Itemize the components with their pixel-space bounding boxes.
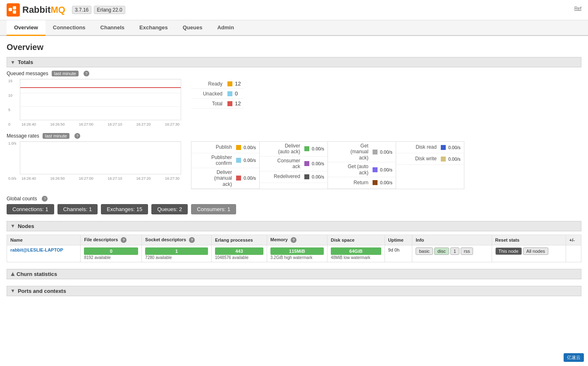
deliver-manual-row: Deliver(manualack) 0.00/s [191,168,259,189]
nodes-header[interactable]: ▼ Nodes [7,221,581,231]
mem-detail: 3.2GiB high watermark [270,255,324,260]
fd-available: 8192 available [84,255,138,260]
mem-bar: 115MiB [270,247,324,255]
sd-bar: 1 [145,247,208,255]
queued-chart-container: 15 10 5 0 [20,79,181,126]
disk-write-color [441,157,446,162]
info-cell: basic disc 1 rss [412,245,492,262]
deliver-manual-label: Deliver(manualack) [195,169,236,187]
info-num-btn[interactable]: 1 [450,247,459,255]
reset-stats-buttons: This node All nodes [495,247,562,255]
ready-row: Ready 12 [191,79,244,89]
this-node-btn[interactable]: This node [495,247,522,255]
ports-and-contexts-section: ▼ Ports and contexts [7,286,581,296]
rx-label-4: 16:27:10 [108,176,122,181]
churn-statistics-header[interactable]: ▶ Churn statistics [7,269,581,279]
info-rss-btn[interactable]: rss [461,247,473,255]
unacked-row: Unacked 0 [191,89,244,99]
ports-title: Ports and contexts [18,288,66,294]
get-auto-color [373,167,378,172]
chart-y-labels: 15 10 5 0 [8,79,12,126]
nav-overview[interactable]: Overview [7,20,45,36]
svg-rect-1 [13,6,16,10]
rx-label-3: 16:27:00 [79,176,93,181]
return-value: 0.00/s [380,180,392,185]
churn-arrow: ▶ [10,272,15,276]
redelivered-value: 0.00/s [312,174,324,179]
channels-count[interactable]: Channels: 1 [57,204,98,214]
totals-header[interactable]: ▼ Totals [7,57,581,67]
nav-admin[interactable]: Admin [210,20,241,36]
nav-channels[interactable]: Channels [93,20,132,36]
message-rates-section: Message rates last minute ? 1.0/s 0.0/s … [7,133,581,189]
rates-y-top: 1.0/s [8,141,17,145]
get-auto-row: Get (autoack) 0.00/s [328,162,396,177]
info-disc-btn[interactable]: disc [434,247,449,255]
queued-help-icon[interactable]: ? [84,71,89,76]
queued-chart-svg [20,79,181,120]
col-memory: Memory ? [267,235,327,245]
deliver-manual-value: 0.00/s [244,176,256,181]
get-auto-label: Get (autoack) [331,164,373,176]
disk-write-label: Disk write [399,156,441,162]
nav-exchanges[interactable]: Exchanges [132,20,175,36]
deliver-auto-value: 0.00/s [312,146,324,151]
svg-rect-2 [13,10,16,14]
ready-label: Ready [194,81,227,87]
disk-read-row: Disk read 0.00/s [396,142,464,153]
main-content: Overview ▼ Totals Queued messages last m… [0,36,588,309]
publish-value: 0.00/s [244,145,256,150]
get-manual-row: Get(manualack) 0.00/s [328,142,396,162]
ports-header[interactable]: ▼ Ports and contexts [7,286,581,296]
nav-queues[interactable]: Queues [175,20,210,36]
rates-chart-container: 1.0/s 0.0/s 16:26:40 16:26:50 16:27:00 1… [20,141,181,181]
erlang-processes-cell: 443 1048576 available [211,245,267,262]
x-label-1: 16:26:40 [22,122,36,126]
disk-space-cell: 64GiB 48MiB low watermark [327,245,385,262]
rates-col-3: Get(manualack) 0.00/s Get (autoack) 0.00… [328,142,396,189]
ports-arrow: ▼ [10,288,15,294]
queues-count[interactable]: Queues: 2 [151,204,188,214]
disk-read-label: Disk read [399,144,441,151]
connections-count[interactable]: Connections: 1 [7,204,54,214]
col-reset-stats: Reset stats [492,235,566,245]
fd-help[interactable]: ? [121,237,127,243]
uptime-value: 9d 0h [388,247,400,252]
consumer-ack-value: 0.00/s [312,161,324,166]
node-name[interactable]: rabbit@LESLIE-LAPTOP [10,247,63,252]
x-label-3: 16:27:00 [79,122,93,126]
exchanges-count[interactable]: Exchanges: 15 [101,204,148,214]
rates-help-icon[interactable]: ? [74,133,80,139]
nodes-arrow: ▼ [10,223,15,229]
y-label-5: 5 [8,108,12,112]
col-plus-minus: +/- [566,235,581,245]
mem-help[interactable]: ? [291,237,296,243]
ep-available: 1048576 available [215,255,263,260]
global-counts-title-row: Global counts ? [7,196,581,202]
info-basic-btn[interactable]: basic [416,247,433,255]
x-label-2: 16:26:50 [50,122,65,126]
y-label-10: 10 [8,93,12,97]
totals-arrow: ▼ [10,59,15,65]
disk-detail: 48MiB low watermark [331,255,381,260]
col-uptime: Uptime [385,235,412,245]
memory-cell: 115MiB 3.2GiB high watermark [267,245,327,262]
rates-col-2: Deliver(auto ack) 0.00/s Consumerack 0.0… [260,142,328,189]
nodes-table: Name File descriptors ? Socket descripto… [7,235,581,262]
global-counts-section: Global counts ? Connections: 1 Channels:… [7,196,581,214]
global-counts-help-icon[interactable]: ? [42,196,48,202]
rates-last-minute-badge[interactable]: last minute [43,133,69,139]
col-socket-descriptors: Socket descriptors ? [142,235,212,245]
all-nodes-btn[interactable]: All nodes [523,247,548,255]
refresh-link[interactable]: Ref [574,6,581,11]
consumer-ack-label: Consumerack [263,158,304,170]
rates-chart-wrapper: 1.0/s 0.0/s 16:26:40 16:26:50 16:27:00 1… [7,141,181,181]
nodes-section: ▼ Nodes Name File descriptors ? Socket d… [7,221,581,262]
consumers-count[interactable]: Consumers: 1 [191,204,236,214]
sd-help[interactable]: ? [189,237,195,243]
x-label-5: 16:27:20 [136,122,151,126]
unacked-value: 0 [235,90,238,97]
nav-connections[interactable]: Connections [45,20,93,36]
last-minute-badge[interactable]: last minute [52,71,79,76]
rates-charts-row: 1.0/s 0.0/s 16:26:40 16:26:50 16:27:00 1… [7,141,581,189]
